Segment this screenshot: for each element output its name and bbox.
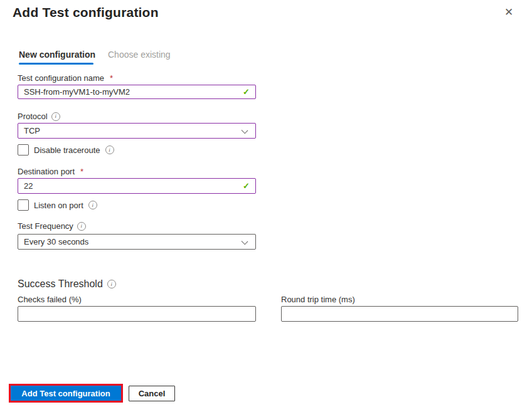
- info-icon[interactable]: i: [77, 222, 86, 231]
- add-test-configuration-button[interactable]: Add Test configuration: [11, 386, 121, 401]
- test-configuration-name-field-box: ✓: [18, 85, 256, 99]
- round-trip-time-field-box: [281, 306, 518, 322]
- tab-new-configuration[interactable]: New configuration: [19, 50, 95, 60]
- round-trip-time-label: Round trip time (ms): [281, 295, 355, 304]
- destination-port-field-box: ✓: [18, 178, 256, 194]
- red-highlight-annotation: Add Test configuration: [9, 384, 123, 403]
- info-icon[interactable]: i: [51, 112, 60, 121]
- tab-choose-existing[interactable]: Choose existing: [108, 50, 171, 60]
- listen-on-port-checkbox[interactable]: [18, 199, 29, 211]
- chevron-down-icon: [242, 127, 248, 134]
- protocol-label: Protocol i: [18, 112, 60, 121]
- add-test-configuration-dialog: Add Test configuration ✕ New configurati…: [0, 0, 532, 412]
- checks-failed-label: Checks failed (%): [18, 295, 82, 304]
- disable-traceroute-row: Disable traceroute i: [18, 144, 114, 156]
- info-icon[interactable]: i: [88, 201, 97, 209]
- checks-failed-input[interactable]: [18, 307, 255, 321]
- destination-port-input[interactable]: [18, 179, 255, 193]
- listen-on-port-row: Listen on port i: [18, 199, 97, 211]
- round-trip-time-input[interactable]: [282, 307, 518, 321]
- protocol-selected-value: TCP: [24, 126, 40, 135]
- checks-failed-field-box: [18, 306, 256, 322]
- page-title: Add Test configuration: [13, 5, 159, 20]
- protocol-dropdown[interactable]: TCP: [18, 123, 256, 139]
- test-configuration-name-input[interactable]: [18, 85, 255, 98]
- listen-on-port-label: Listen on port: [34, 201, 83, 210]
- test-frequency-label: Test Frequency i: [18, 221, 86, 231]
- test-configuration-name-label: Test configuration name*: [18, 73, 113, 83]
- disable-traceroute-label: Disable traceroute: [34, 145, 100, 155]
- test-frequency-dropdown[interactable]: Every 30 seconds: [18, 234, 256, 250]
- close-icon[interactable]: ✕: [504, 7, 513, 18]
- success-threshold-heading: Success Threshold i: [18, 278, 116, 290]
- cancel-button[interactable]: Cancel: [129, 386, 175, 401]
- active-tab-underline: [19, 63, 93, 65]
- info-icon[interactable]: i: [105, 145, 114, 154]
- required-asterisk: *: [110, 73, 113, 83]
- disable-traceroute-checkbox[interactable]: [18, 144, 29, 156]
- chevron-down-icon: [242, 238, 248, 245]
- info-icon[interactable]: i: [107, 280, 116, 288]
- destination-port-label: Destination port*: [18, 167, 83, 176]
- test-frequency-selected-value: Every 30 seconds: [24, 237, 88, 246]
- required-asterisk: *: [80, 167, 83, 176]
